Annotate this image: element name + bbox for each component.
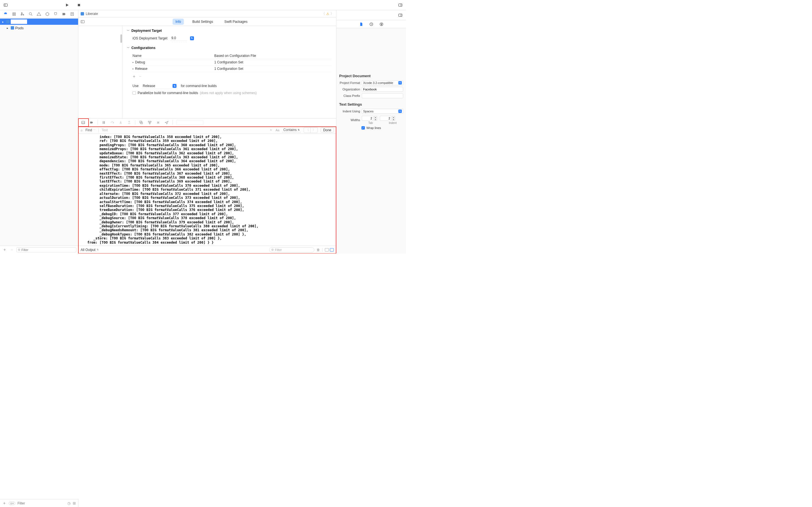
clear-console-icon[interactable]: 🗑 bbox=[317, 248, 320, 252]
chevron-right-icon[interactable]: ▸ bbox=[133, 61, 134, 64]
console-view-toggle[interactable] bbox=[330, 248, 334, 251]
add-icon[interactable]: ＋ bbox=[2, 247, 7, 252]
inspector-toggle-icon[interactable] bbox=[398, 12, 403, 18]
process-target-field[interactable] bbox=[176, 120, 203, 125]
match-case-icon[interactable]: Aa bbox=[275, 128, 279, 132]
debug-view-hierarchy-icon[interactable] bbox=[139, 120, 144, 125]
configurations-header[interactable]: ﹀ Configurations bbox=[127, 46, 332, 50]
find-nav-buttons: 〈 〉 bbox=[304, 127, 318, 133]
tab-info[interactable]: Info bbox=[172, 18, 184, 25]
breakpoint-navigator-icon[interactable] bbox=[61, 11, 67, 17]
chevron-right-icon[interactable]: ▸ bbox=[133, 67, 134, 70]
breadcrumb[interactable]: Liberate bbox=[86, 12, 98, 16]
dropdown-arrows-icon[interactable]: ⇅ bbox=[190, 36, 194, 40]
issue-navigator-icon[interactable] bbox=[36, 11, 42, 17]
svg-line-47 bbox=[157, 123, 158, 123]
chevron-right-icon[interactable]: ▸ bbox=[2, 20, 5, 23]
project-name-input[interactable] bbox=[11, 19, 27, 24]
organization-input[interactable] bbox=[362, 87, 403, 92]
find-prev-button[interactable]: 〈 bbox=[304, 128, 311, 133]
step-into-icon[interactable] bbox=[118, 120, 123, 125]
parallelize-checkbox[interactable] bbox=[133, 91, 136, 95]
use-label: Use bbox=[133, 84, 139, 88]
tab-width-stepper[interactable]: ▴▾ bbox=[362, 116, 377, 121]
find-next-button[interactable]: 〉 bbox=[311, 128, 317, 133]
run-button[interactable] bbox=[64, 2, 70, 8]
ios-deployment-select[interactable]: 9.0 bbox=[170, 36, 187, 41]
inspector-top-bar bbox=[336, 10, 406, 20]
chevron-down-icon[interactable]: ﹀ bbox=[127, 46, 130, 50]
chevron-right-icon[interactable]: ▸ bbox=[7, 26, 10, 30]
test-navigator-icon[interactable] bbox=[44, 11, 50, 17]
symbol-navigator-icon[interactable] bbox=[19, 11, 26, 17]
project-root-row[interactable]: ▸ bbox=[0, 18, 78, 25]
remove-configuration-icon[interactable]: − bbox=[139, 74, 142, 79]
debug-memory-graph-icon[interactable] bbox=[147, 120, 152, 125]
console-filter[interactable]: ⊜ Filter bbox=[269, 247, 314, 252]
svg-rect-3 bbox=[78, 4, 80, 6]
find-match-type-select[interactable]: Contains ⇅ bbox=[282, 128, 301, 132]
project-navigator-icon[interactable] bbox=[3, 11, 9, 17]
svg-line-18 bbox=[31, 15, 32, 15]
remove-icon[interactable]: − bbox=[9, 247, 15, 252]
breakpoints-icon[interactable] bbox=[89, 120, 94, 125]
console-output-mode-select[interactable]: All Output ⇅ bbox=[81, 248, 99, 252]
file-inspector-icon[interactable] bbox=[358, 21, 364, 27]
debug-navigator-icon[interactable] bbox=[52, 11, 59, 17]
history-back-icon[interactable]: 〈 bbox=[322, 11, 325, 16]
environment-overrides-icon[interactable] bbox=[156, 120, 161, 125]
history-forward-icon[interactable]: 〉 bbox=[331, 11, 334, 16]
file-tree[interactable]: ▸ ▸ Pods bbox=[0, 18, 78, 245]
find-navigator-icon[interactable] bbox=[28, 11, 34, 17]
class-prefix-input[interactable] bbox=[362, 93, 403, 98]
table-row[interactable]: ▸Release 1 Configuration Set bbox=[133, 66, 332, 72]
navigator-filter-input[interactable] bbox=[21, 248, 75, 251]
pause-icon[interactable] bbox=[101, 120, 106, 125]
tab-swift-packages[interactable]: Swift Packages bbox=[221, 18, 250, 25]
chevron-down-icon[interactable]: ﹀ bbox=[127, 29, 130, 33]
svg-rect-26 bbox=[81, 20, 84, 23]
step-out-icon[interactable] bbox=[126, 120, 132, 125]
find-mode-select[interactable]: Find ﹀ bbox=[86, 128, 96, 132]
targets-list[interactable] bbox=[79, 26, 122, 118]
tab-build-settings[interactable]: Build Settings bbox=[190, 18, 216, 25]
source-control-navigator-icon[interactable] bbox=[11, 11, 17, 17]
pods-row[interactable]: ▸ Pods bbox=[0, 25, 78, 31]
console-output[interactable]: index: [TOO BIG formatValueCalls 358 exc… bbox=[79, 134, 336, 245]
editor-jump-bar[interactable]: Liberate 〈 ⚠ 〉 bbox=[79, 10, 336, 17]
console-find-bar: ⌕ Find ﹀ Text ＋ Aa Contains ⇅ 〈 〉 Done bbox=[79, 126, 336, 134]
use-configuration-select[interactable]: Release ⇅ bbox=[141, 83, 178, 89]
dropdown-arrows-icon[interactable]: ⇅ bbox=[172, 84, 176, 88]
library-toggle-icon[interactable] bbox=[398, 2, 403, 8]
deployment-target-header[interactable]: ﹀ Deployment Target bbox=[127, 29, 332, 33]
wrap-lines-checkbox[interactable]: ✓ bbox=[361, 126, 365, 129]
scroll-thumb[interactable] bbox=[120, 34, 122, 43]
editor-tabs-area: Info Build Settings Swift Packages bbox=[79, 17, 336, 26]
svg-point-39 bbox=[148, 121, 149, 122]
hide-debug-area-icon[interactable] bbox=[81, 120, 86, 125]
svg-marker-22 bbox=[62, 13, 65, 15]
add-find-icon[interactable]: ＋ bbox=[269, 128, 273, 132]
find-done-button[interactable]: Done bbox=[320, 128, 334, 133]
add-configuration-icon[interactable]: ＋ bbox=[132, 74, 136, 79]
svg-marker-49 bbox=[165, 121, 168, 124]
search-icon: ⌕ bbox=[81, 128, 83, 132]
help-inspector-icon[interactable]: ? bbox=[378, 21, 384, 27]
step-over-icon[interactable] bbox=[110, 120, 115, 125]
find-text-input[interactable]: Text bbox=[101, 128, 266, 132]
editor-panel-toggle-icon[interactable] bbox=[79, 19, 87, 24]
svg-point-52 bbox=[370, 22, 373, 25]
table-row[interactable]: ▸Debug 1 Configuration Set bbox=[133, 59, 332, 66]
variables-view-toggle[interactable] bbox=[325, 248, 329, 251]
report-navigator-icon[interactable] bbox=[69, 11, 75, 17]
project-format-select[interactable]: Xcode 3.2-compatible⇅ bbox=[362, 80, 403, 86]
history-inspector-icon[interactable] bbox=[368, 21, 374, 27]
stop-button[interactable] bbox=[76, 2, 82, 8]
indent-using-select[interactable]: Spaces⇅ bbox=[362, 109, 403, 114]
sidebar-toggle-icon[interactable] bbox=[3, 2, 8, 8]
navigator-filter[interactable]: ⊜ bbox=[16, 247, 77, 252]
simulate-location-icon[interactable] bbox=[164, 120, 169, 125]
svg-rect-7 bbox=[13, 13, 15, 15]
indent-width-stepper[interactable]: ▴▾ bbox=[380, 116, 395, 121]
warning-icon[interactable]: ⚠ bbox=[326, 12, 329, 16]
